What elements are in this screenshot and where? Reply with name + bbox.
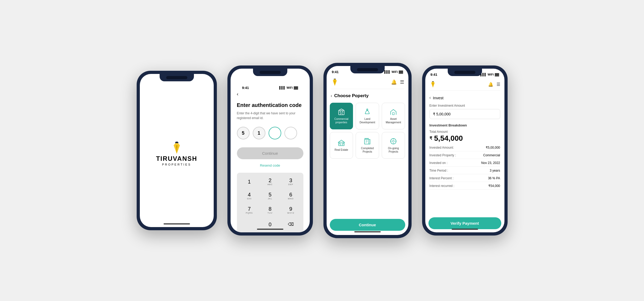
land-label: Land Development xyxy=(358,117,377,124)
breakdown-row-item: Invested on :Nov 23, 2022 xyxy=(430,161,500,167)
app-header-3: 🔔 ☰ xyxy=(327,76,408,89)
svg-rect-23 xyxy=(342,143,344,144)
status-bar: 9:41 ▌▌▌ WiFi ▓▓ xyxy=(237,82,303,91)
property-card-completed[interactable]: Completed Projects xyxy=(356,132,379,159)
property-card-asset[interactable]: Asset Management xyxy=(382,103,405,129)
completed-projects-label: Completed Projects xyxy=(358,147,377,153)
property-card-real-estate[interactable]: Real Estate xyxy=(330,132,353,159)
currency-symbol: ₹ xyxy=(430,136,432,141)
page-title-3: Choose Poperty xyxy=(334,93,369,98)
svg-rect-18 xyxy=(393,112,394,115)
status-icons-4: ▌▌▌ WiFi ▓▓ xyxy=(480,73,499,76)
menu-icon-4[interactable]: ☰ xyxy=(497,82,500,87)
breakdown-title: Investment Breakdown xyxy=(430,123,500,127)
numpad: 1 2ABC 3DEF 4GHI 5JKL 6MNO 7PQRS 8TUV 9W… xyxy=(237,173,303,232)
battery-icon-3: ▓▓ xyxy=(399,70,403,73)
wifi-icon: WiFi xyxy=(287,86,293,89)
notification-icon-4[interactable]: 🔔 xyxy=(488,82,493,87)
auth-title: Enter authentication code xyxy=(237,102,303,108)
numpad-row-1: 1 2ABC 3DEF xyxy=(239,175,301,189)
status-time-3: 9:41 xyxy=(332,70,339,74)
continue-button[interactable]: Continue xyxy=(237,147,303,159)
invest-content: ‹ Invest Enter Investment Amount Investm… xyxy=(425,93,504,214)
svg-rect-21 xyxy=(340,144,342,146)
svg-point-30 xyxy=(393,140,394,142)
invest-page-title: Invest xyxy=(433,96,443,100)
numpad-key-7[interactable]: 7PQRS xyxy=(239,203,260,217)
battery-icon: ▓▓ xyxy=(294,86,298,89)
signal-icon: ▌▌▌ xyxy=(279,86,285,89)
brand-name: TIRUVANSH xyxy=(156,155,197,162)
back-button[interactable]: ‹ xyxy=(237,91,303,97)
numpad-key-2[interactable]: 2ABC xyxy=(260,175,280,189)
total-amount-label: Total Amount xyxy=(430,130,500,134)
phone-splash: TIRUVANSH PROPERTIES xyxy=(137,71,217,230)
breakdown-rows: Invested Amount:₹5,00,000Invested Proper… xyxy=(430,146,500,190)
numpad-key-8[interactable]: 8TUV xyxy=(260,203,280,217)
numpad-key-9[interactable]: 9WXYZ xyxy=(280,203,301,217)
app-header-4: 🔔 ☰ xyxy=(425,78,504,90)
resend-link[interactable]: Resend code xyxy=(237,163,303,167)
numpad-key-4[interactable]: 4GHI xyxy=(239,189,260,203)
breakdown-row-item: Invested Amount:₹5,00,000 xyxy=(430,146,500,151)
svg-rect-11 xyxy=(342,111,343,112)
auth-description: Enter the 4-digit that we have sent to y… xyxy=(237,111,303,120)
breakdown-row-item: Time Period :3 years xyxy=(430,169,500,174)
page-header-3: ‹ Choose Poperty xyxy=(327,91,408,103)
invest-amount-input[interactable] xyxy=(430,109,500,119)
svg-rect-3 xyxy=(175,142,178,143)
numpad-key-6[interactable]: 6MNO xyxy=(280,189,301,203)
choose-property-screen: 9:41 ▌▌▌ WiFi ▓▓ 🔔 ☰ xyxy=(327,66,408,235)
ongoing-projects-label: On-going Projects xyxy=(384,147,403,153)
otp-box-3[interactable] xyxy=(269,127,281,139)
svg-rect-10 xyxy=(340,111,341,112)
numpad-row-3: 7PQRS 8TUV 9WXYZ xyxy=(239,203,301,217)
battery-icon-4: ▓▓ xyxy=(495,73,499,76)
property-card-ongoing[interactable]: On-going Projects xyxy=(382,132,405,159)
app-logo-icon-4 xyxy=(430,80,436,88)
divider xyxy=(331,89,404,89)
app-header-actions: 🔔 ☰ xyxy=(391,79,404,85)
property-card-commercial[interactable]: Commercialproperties xyxy=(330,103,353,129)
phone-auth: 9:41 ▌▌▌ WiFi ▓▓ ‹ Enter authentication … xyxy=(227,65,313,236)
property-card-land[interactable]: Land Development xyxy=(356,103,379,129)
numpad-delete-key[interactable]: ⌫ xyxy=(280,218,301,231)
splash-screen: TIRUVANSH PROPERTIES xyxy=(140,74,214,227)
back-button-4[interactable]: ‹ xyxy=(430,95,431,100)
app-header-actions-4: 🔔 ☰ xyxy=(488,82,500,87)
brand-sub: PROPERTIES xyxy=(162,163,191,166)
numpad-key-1[interactable]: 1 xyxy=(239,175,260,189)
tiruvansh-logo-icon xyxy=(170,140,183,155)
wifi-icon-4: WiFi xyxy=(488,73,494,76)
otp-box-1[interactable]: 5 xyxy=(237,127,250,139)
property-grid: Commercialproperties Land Development xyxy=(327,103,408,159)
notification-icon[interactable]: 🔔 xyxy=(391,79,397,85)
asset-icon xyxy=(390,108,397,116)
commercial-label: Commercialproperties xyxy=(334,117,348,124)
breakdown-row-item: Interest Percent :36 % PA xyxy=(430,176,500,182)
numpad-key-3[interactable]: 3DEF xyxy=(280,175,301,189)
commercial-icon xyxy=(338,108,345,116)
numpad-key-empty xyxy=(239,218,260,231)
status-time: 9:41 xyxy=(242,86,249,90)
otp-input-row: 5 1 xyxy=(237,127,303,139)
svg-point-16 xyxy=(367,109,368,110)
status-time-4: 9:41 xyxy=(431,73,437,77)
divider-4 xyxy=(430,90,500,91)
svg-rect-9 xyxy=(338,110,344,115)
land-icon xyxy=(364,108,371,116)
back-button-3[interactable]: ‹ xyxy=(331,93,332,98)
otp-box-4[interactable] xyxy=(284,127,297,139)
otp-box-2[interactable]: 1 xyxy=(253,127,265,139)
real-estate-icon xyxy=(338,139,345,147)
svg-rect-37 xyxy=(432,81,434,82)
svg-rect-8 xyxy=(334,79,336,79)
choose-property-continue-button[interactable]: Continue xyxy=(330,219,405,231)
completed-projects-icon xyxy=(364,138,371,145)
svg-line-13 xyxy=(338,109,341,110)
phone-invest: 9:41 ▌▌▌ WiFi ▓▓ 🔔 ☰ xyxy=(422,65,508,236)
numpad-key-5[interactable]: 5JKL xyxy=(260,189,280,203)
verify-payment-button[interactable]: Verify Payment xyxy=(428,217,501,229)
menu-icon[interactable]: ☰ xyxy=(400,79,404,85)
invest-page-header: ‹ Invest xyxy=(430,93,500,104)
